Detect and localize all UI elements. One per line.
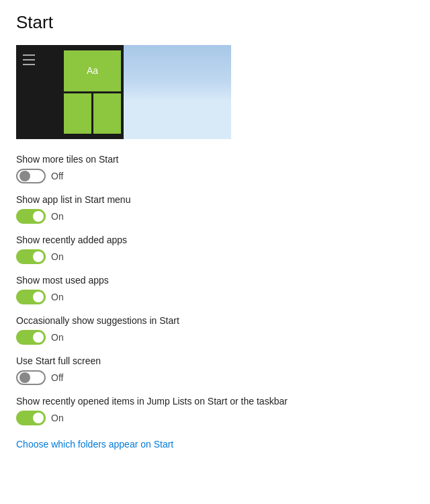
toggle-status-jump-lists: On (51, 413, 64, 423)
menu-line-2 (23, 59, 35, 60)
tile-small-2 (93, 93, 121, 134)
preview-dark-panel: Aa (16, 45, 124, 139)
toggle-status-more-tiles: Off (51, 171, 63, 181)
toggle-knob-app-list (33, 211, 44, 222)
tile-aa: Aa (64, 50, 121, 91)
setting-label-full-screen: Use Start full screen (16, 355, 414, 366)
toggle-most-used[interactable] (16, 290, 46, 304)
toggle-status-recently-added: On (51, 251, 64, 262)
setting-label-suggestions: Occasionally show suggestions in Start (16, 315, 414, 326)
toggle-row-app-list: On (16, 209, 414, 224)
page-title: Start (16, 12, 414, 33)
choose-folders-link[interactable]: Choose which folders appear on Start (16, 439, 173, 450)
toggle-full-screen[interactable] (16, 370, 46, 385)
toggle-knob-most-used (33, 292, 44, 302)
toggle-knob-full-screen (19, 372, 30, 383)
toggle-jump-lists[interactable] (16, 411, 46, 425)
tile-small-1 (64, 93, 91, 134)
tiles-area: Aa (64, 50, 121, 134)
toggle-app-list[interactable] (16, 209, 46, 224)
toggle-row-suggestions: On (16, 330, 414, 345)
toggle-row-recently-added: On (16, 249, 414, 264)
toggle-knob-recently-added (33, 251, 44, 262)
toggle-status-app-list: On (51, 211, 64, 222)
toggle-row-more-tiles: Off (16, 169, 414, 183)
setting-label-more-tiles: Show more tiles on Start (16, 154, 414, 165)
toggle-row-most-used: On (16, 290, 414, 304)
settings-list: Show more tiles on StartOffShow app list… (16, 154, 414, 425)
toggle-suggestions[interactable] (16, 330, 46, 345)
menu-line-3 (23, 64, 35, 65)
start-preview: Aa (16, 45, 231, 139)
toggle-status-most-used: On (51, 292, 64, 302)
toggle-status-suggestions: On (51, 332, 64, 343)
menu-line-1 (23, 54, 35, 56)
setting-label-app-list: Show app list in Start menu (16, 194, 414, 205)
setting-label-most-used: Show most used apps (16, 275, 414, 286)
preview-landscape (124, 45, 231, 139)
toggle-knob-jump-lists (33, 413, 44, 423)
toggle-knob-more-tiles (19, 171, 30, 181)
setting-label-recently-added: Show recently added apps (16, 235, 414, 245)
toggle-row-jump-lists: On (16, 411, 414, 425)
setting-label-jump-lists: Show recently opened items in Jump Lists… (16, 396, 414, 407)
toggle-status-full-screen: Off (51, 372, 63, 383)
toggle-row-full-screen: Off (16, 370, 414, 385)
toggle-knob-suggestions (33, 332, 44, 343)
mountain-background (124, 45, 231, 139)
toggle-recently-added[interactable] (16, 249, 46, 264)
toggle-more-tiles[interactable] (16, 169, 46, 183)
